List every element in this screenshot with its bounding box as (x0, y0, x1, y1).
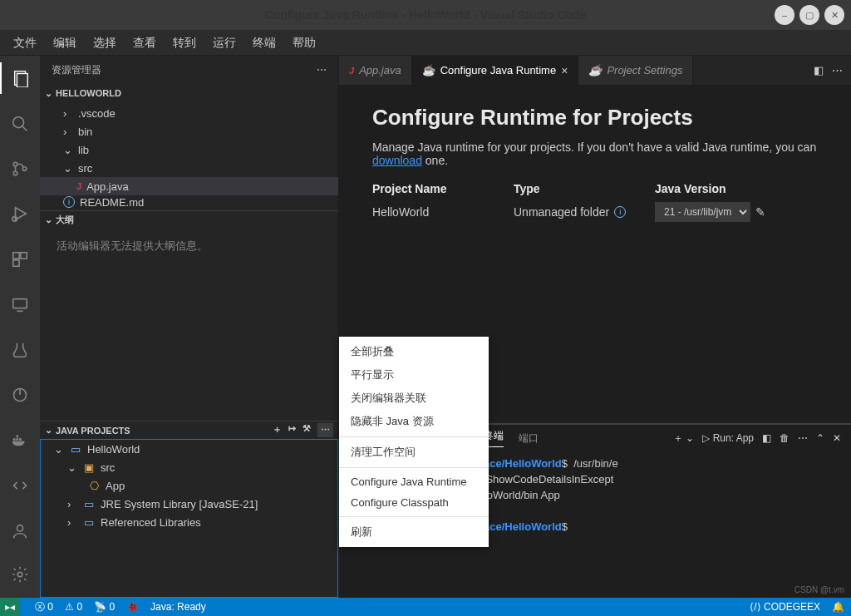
status-errors[interactable]: ⓧ 0 (35, 600, 53, 614)
jp-reflib[interactable]: ›▭Referenced Libraries (41, 513, 337, 531)
status-warnings[interactable]: ⚠ 0 (65, 601, 82, 613)
watermark: CSDN @t.vm (794, 585, 844, 594)
tab-configure-runtime[interactable]: ☕Configure Java Runtime× (412, 56, 579, 85)
java-projects-tree: ⌄▭HelloWorld ⌄▣src ⎔App ›▭JRE System Lib… (40, 439, 338, 598)
codegeex-icon[interactable] (0, 470, 40, 501)
maximize-button[interactable]: ▢ (799, 5, 819, 25)
jp-jre[interactable]: ›▭JRE System Library [JavaSE-21] (41, 495, 337, 513)
mi-hide-nonjava[interactable]: 隐藏非 Java 资源 (339, 410, 489, 433)
activity-bar (0, 56, 40, 598)
tree-item-lib[interactable]: ⌄lib (40, 140, 338, 159)
tree-item-bin[interactable]: ›bin (40, 122, 338, 140)
editor-tabs: JApp.java ☕Configure Java Runtime× ☕Proj… (339, 56, 851, 85)
projects-table: Project Name Type Java Version HelloWorl… (372, 182, 818, 222)
menu-terminal[interactable]: 终端 (246, 32, 283, 54)
run-label[interactable]: ▷ Run: App (702, 432, 754, 444)
menu-run[interactable]: 运行 (206, 32, 243, 54)
search-icon[interactable] (0, 107, 40, 139)
title-bar: Configure Java Runtime - HelloWorld - Vi… (0, 0, 851, 31)
remote-icon[interactable] (0, 288, 40, 320)
page-heading: Configure Runtime for Projects (372, 105, 818, 131)
menu-help[interactable]: 帮助 (286, 32, 322, 54)
edit-icon[interactable]: ✎ (755, 205, 765, 219)
menu-separator (339, 467, 489, 468)
info-icon[interactable]: i (614, 206, 626, 218)
minimize-button[interactable]: – (775, 5, 794, 25)
status-ports[interactable]: 📡 0 (94, 601, 115, 613)
new-terminal-icon[interactable]: ＋ ⌄ (673, 431, 694, 446)
remote-indicator[interactable]: ▸◂ (0, 598, 20, 616)
more-icon[interactable]: ⋯ (317, 423, 333, 437)
add-icon[interactable]: ＋ (273, 423, 282, 437)
tab-appjava[interactable]: JApp.java (339, 56, 412, 85)
menu-select[interactable]: 选择 (86, 32, 123, 54)
mi-close-editor-link[interactable]: 关闭编辑器关联 (339, 387, 489, 410)
col-project-name: Project Name (372, 182, 514, 195)
svg-point-20 (17, 525, 22, 531)
java-file-icon: J (76, 181, 81, 191)
mi-collapse-all[interactable]: 全部折叠 (339, 340, 489, 363)
workspace-header[interactable]: ⌄ HELLOWORLD (40, 84, 338, 102)
menu-edit[interactable]: 编辑 (47, 32, 83, 54)
more-icon[interactable]: ⋯ (317, 64, 327, 76)
outline-title: 大纲 (56, 214, 74, 226)
status-codegeex[interactable]: ⟨/⟩ CODEGEEX (750, 601, 820, 613)
chevron-up-icon[interactable]: ⌃ (816, 432, 824, 444)
status-debug[interactable]: 🐞 (126, 601, 139, 613)
split-editor-icon[interactable]: ◧ (814, 64, 824, 76)
power-icon[interactable] (0, 379, 40, 411)
tab-project-settings[interactable]: ☕Project Settings (578, 56, 693, 85)
menu-view[interactable]: 查看 (126, 32, 163, 54)
tree-item-appjava[interactable]: JApp.java (40, 177, 338, 195)
mi-clean-workspace[interactable]: 清理工作空间 (339, 441, 489, 464)
java-projects-header[interactable]: ⌄ JAVA PROJECTS ＋ ↦ ⚒ ⋯ (40, 421, 338, 439)
menu-goto[interactable]: 转到 (166, 32, 203, 54)
more-icon[interactable]: ⋯ (832, 64, 843, 76)
more-icon[interactable]: ⋯ (798, 432, 808, 444)
mi-refresh[interactable]: 刷新 (339, 520, 489, 544)
sidebar-header: 资源管理器 ⋯ (40, 56, 338, 84)
docker-icon[interactable] (0, 424, 40, 456)
svg-rect-16 (13, 439, 16, 441)
outline-header[interactable]: ⌄ 大纲 (40, 210, 338, 229)
java-version-select[interactable]: 21 - /usr/lib/jvm/j (655, 202, 750, 222)
status-java[interactable]: Java: Ready (150, 601, 206, 613)
close-panel-icon[interactable]: ✕ (833, 432, 841, 444)
jp-app[interactable]: ⎔App (41, 476, 337, 495)
extensions-icon[interactable] (0, 244, 40, 275)
page-desc: Manage Java runtime for your projects. I… (372, 140, 818, 167)
java-projects-title: JAVA PROJECTS (56, 426, 130, 436)
export-icon[interactable]: ↦ (288, 423, 296, 437)
explorer-icon[interactable] (0, 62, 40, 94)
account-icon[interactable] (0, 515, 40, 548)
debug-icon[interactable] (0, 198, 40, 229)
mi-configure-classpath[interactable]: Configure Classpath (339, 492, 489, 513)
svg-line-3 (22, 126, 27, 131)
svg-rect-12 (13, 299, 27, 308)
menu-separator (339, 516, 489, 517)
tree-item-vscode[interactable]: ›.vscode (40, 104, 338, 122)
split-terminal-icon[interactable]: ◧ (762, 432, 771, 444)
mi-parallel-view[interactable]: 平行显示 (339, 363, 489, 387)
source-control-icon[interactable] (0, 153, 40, 185)
tree-item-readme[interactable]: iREADME.md (40, 195, 338, 209)
svg-rect-17 (16, 439, 18, 441)
trash-icon[interactable]: 🗑 (780, 432, 790, 444)
tree-item-src[interactable]: ⌄src (40, 159, 338, 177)
settings-icon[interactable] (0, 558, 40, 591)
col-type: Type (514, 182, 655, 195)
build-icon[interactable]: ⚒ (303, 423, 311, 437)
download-link[interactable]: download (372, 154, 422, 167)
status-bell-icon[interactable]: 🔔 (832, 601, 844, 613)
menu-separator (339, 436, 489, 437)
menu-file[interactable]: 文件 (7, 32, 43, 54)
file-tree: ›.vscode ›bin ⌄lib ⌄src JApp.java iREADM… (40, 102, 338, 210)
jp-helloworld[interactable]: ⌄▭HelloWorld (41, 440, 337, 458)
close-icon[interactable]: × (561, 64, 568, 77)
svg-point-21 (17, 572, 22, 577)
ptab-ports[interactable]: 端口 (519, 431, 539, 446)
testing-icon[interactable] (0, 333, 40, 365)
mi-configure-runtime[interactable]: Configure Java Runtime (339, 471, 489, 492)
close-button[interactable]: ✕ (824, 5, 844, 25)
jp-src[interactable]: ⌄▣src (41, 458, 337, 476)
